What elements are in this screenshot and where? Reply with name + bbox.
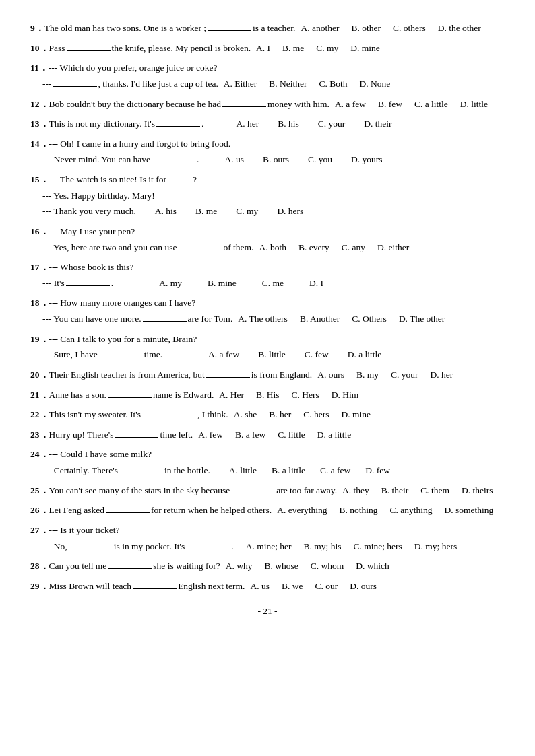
- question-10: 10．Passthe knife, please. My pencil is b…: [30, 40, 505, 57]
- q12-options: A. a few B. few C. a little D. little: [335, 96, 488, 112]
- q24-options: A. little B. a little C. a few D. few: [229, 462, 390, 479]
- q14-options: A. us B. ours C. you D. yours: [224, 151, 382, 168]
- question-19: 19．--- Can I talk to you for a minute, B…: [30, 331, 505, 363]
- q13-text: 13．This is not my dictionary. It's.: [30, 116, 203, 132]
- q26-options: A. everything B. nothing C. anything D. …: [277, 502, 493, 518]
- q18-main: 18．--- How many more oranges can I have?: [30, 295, 195, 311]
- q27-options: A. mine; her B. my; his C. mine; hers D.…: [246, 539, 458, 555]
- q11-options: A. Either B. Neither C. Both D. None: [224, 76, 391, 92]
- q16-sub: --- Yes, here are two and you can useof …: [42, 240, 253, 256]
- q25-text: 25．You can't see many of the stars in th…: [30, 483, 337, 499]
- question-15: 15．--- The watch is so nice! Is it for? …: [30, 172, 505, 219]
- q22-text: 22．This isn't my sweater. It's, I think.: [30, 407, 228, 423]
- q10-text: 10．Passthe knife, please. My pencil is b…: [30, 40, 251, 57]
- q28-options: A. why B. whose C. whom D. which: [226, 558, 389, 574]
- q21-options: A. Her B. His C. Hers D. Him: [219, 387, 358, 403]
- worksheet-content: 9．The old man has two sons. One is a wor…: [30, 20, 505, 617]
- q20-text: 20．Their English teacher is from America…: [30, 367, 312, 383]
- q20-options: A. ours B. my C. your D. her: [317, 367, 453, 383]
- q21-text: 21．Anne has a son.name is Edward.: [30, 387, 214, 403]
- q25-options: A. they B. their C. them D. theirs: [342, 483, 493, 499]
- question-23: 23．Hurry up! There'stime left. A. few B.…: [30, 427, 505, 443]
- question-9: 9．The old man has two sons. One is a wor…: [30, 20, 505, 36]
- q15-sub2: --- Thank you very much.: [42, 203, 136, 219]
- question-12: 12．Bob couldn't buy the dictionary becau…: [30, 96, 505, 112]
- question-22: 22．This isn't my sweater. It's, I think.…: [30, 407, 505, 423]
- q14-sub: --- Never mind. You can have.: [42, 151, 199, 168]
- question-16: 16．--- May I use your pen? --- Yes, here…: [30, 224, 505, 255]
- question-21: 21．Anne has a son.name is Edward. A. Her…: [30, 387, 505, 403]
- question-29: 29．Miss Brown will teachEnglish next ter…: [30, 578, 505, 594]
- q16-main: 16．--- May I use your pen?: [30, 224, 135, 240]
- question-28: 28．Can you tell meshe is waiting for? A.…: [30, 558, 505, 574]
- q15-main: 15．--- The watch is so nice! Is it for?: [30, 172, 197, 188]
- q16-options: A. both B. every C. any D. either: [259, 240, 409, 256]
- question-13: 13．This is not my dictionary. It's. A. h…: [30, 116, 505, 132]
- page-number: - 21 -: [30, 606, 505, 617]
- q11-sub: ---, thanks. I'd like just a cup of tea.: [42, 76, 218, 92]
- question-24: 24．--- Could I have some milk? --- Certa…: [30, 446, 505, 478]
- q23-options: A. few B. a few C. little D. a little: [198, 427, 351, 443]
- q17-sub: --- It's.: [42, 275, 113, 291]
- q28-text: 28．Can you tell meshe is waiting for?: [30, 558, 220, 574]
- q22-options: A. she B. her C. hers D. mine: [234, 407, 371, 423]
- q29-text: 29．Miss Brown will teachEnglish next ter…: [30, 578, 245, 594]
- question-26: 26．Lei Feng askedfor return when he help…: [30, 502, 505, 518]
- q15-options: A. his B. me C. my D. hers: [155, 203, 304, 219]
- q17-main: 17．--- Whose book is this?: [30, 259, 133, 275]
- q9-options: A. another B. other C. others D. the oth…: [301, 20, 480, 36]
- q9-text: 9．The old man has two sons. One is a wor…: [30, 20, 295, 36]
- q19-options: A. a few B. little C. few D. a little: [208, 347, 381, 363]
- q17-options: A. my B. mine C. me D. I: [159, 275, 323, 291]
- q12-text: 12．Bob couldn't buy the dictionary becau…: [30, 96, 329, 112]
- q15-sub1: --- Yes. Happy birthday. Mary!: [42, 188, 155, 204]
- q19-main: 19．--- Can I talk to you for a minute, B…: [30, 331, 197, 347]
- question-18: 18．--- How many more oranges can I have?…: [30, 295, 505, 327]
- q24-main: 24．--- Could I have some milk?: [30, 446, 152, 462]
- q29-options: A. us B. we C. our D. ours: [250, 578, 377, 594]
- question-27: 27．--- Is it your ticket? --- No,is in m…: [30, 522, 505, 554]
- question-25: 25．You can't see many of the stars in th…: [30, 483, 505, 499]
- q11-main: 11．--- Which do you prefer, orange juice…: [30, 60, 218, 76]
- question-11: 11．--- Which do you prefer, orange juice…: [30, 60, 505, 92]
- q18-sub: --- You can have one more.are for Tom.: [42, 311, 232, 327]
- q18-options: A. The others B. Another C. Others D. Th…: [238, 311, 445, 327]
- question-20: 20．Their English teacher is from America…: [30, 367, 505, 383]
- q24-sub: --- Certainly. There'sin the bottle.: [42, 462, 210, 479]
- q27-sub: --- No,is in my pocket. It's.: [42, 539, 234, 555]
- q10-options: A. I B. me C. my D. mine: [256, 40, 380, 57]
- q23-text: 23．Hurry up! There'stime left.: [30, 427, 193, 443]
- q27-main: 27．--- Is it your ticket?: [30, 522, 119, 539]
- q13-options: A. her B. his C. your D. their: [236, 116, 391, 132]
- question-17: 17．--- Whose book is this? --- It's. A. …: [30, 259, 505, 291]
- q19-sub: --- Sure, I havetime.: [42, 347, 162, 363]
- question-14: 14．--- Oh! I came in a hurry and forgot …: [30, 136, 505, 168]
- q26-text: 26．Lei Feng askedfor return when he help…: [30, 502, 272, 518]
- q14-main: 14．--- Oh! I came in a hurry and forgot …: [30, 136, 230, 152]
